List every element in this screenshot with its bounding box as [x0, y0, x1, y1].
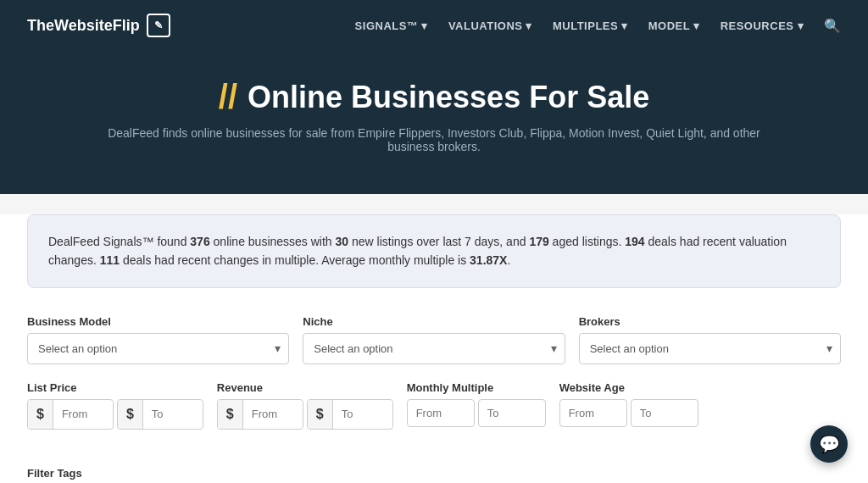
- logo[interactable]: TheWebsiteFlip ✎: [27, 14, 170, 37]
- chevron-down-icon: ▾: [421, 19, 428, 32]
- brokers-label: Brokers: [579, 315, 841, 328]
- business-model-label: Business Model: [27, 315, 289, 328]
- stats-count-new: 30: [336, 235, 349, 248]
- stats-count-aged: 179: [529, 235, 548, 248]
- main-nav: SIGNALS™ ▾ VALUATIONS ▾ MULTIPLES ▾ MODE…: [355, 18, 841, 34]
- filter-tags-section: Filter Tags New Slow Listing Price ▲ Pri…: [0, 460, 868, 483]
- dollar-icon: $: [218, 400, 243, 429]
- chevron-down-icon: ▾: [693, 19, 700, 32]
- logo-icon: ✎: [147, 14, 170, 37]
- dollar-icon: $: [28, 400, 53, 429]
- nav-multiples[interactable]: MULTIPLES ▾: [553, 19, 628, 32]
- filter-niche: Niche Select an option ▾: [303, 315, 565, 364]
- logo-text: TheWebsiteFlip: [27, 17, 140, 35]
- site-header: TheWebsiteFlip ✎ SIGNALS™ ▾ VALUATIONS ▾…: [0, 0, 868, 51]
- revenue-from-wrapper: $: [217, 399, 303, 430]
- list-price-from-wrapper: $: [27, 399, 114, 430]
- business-model-select[interactable]: Select an option: [27, 333, 289, 364]
- brokers-select-wrapper: Select an option ▾: [579, 333, 841, 364]
- stats-count-multiple: 111: [100, 253, 120, 267]
- list-price-to-wrapper: $: [117, 399, 203, 430]
- dollar-icon: $: [308, 400, 333, 429]
- monthly-multiple-inputs: [407, 399, 546, 427]
- filter-business-model: Business Model Select an option ▾: [27, 315, 289, 364]
- stats-count-listings: 376: [190, 235, 209, 248]
- stats-prefix: DealFeed Signals™ found: [48, 235, 190, 248]
- website-age-label: Website Age: [559, 381, 698, 394]
- hero-subtitle: DealFeed finds online businesses for sal…: [95, 126, 773, 153]
- stats-banner: DealFeed Signals™ found 376 online busin…: [27, 214, 841, 288]
- nav-resources[interactable]: RESOURCES ▾: [721, 19, 804, 32]
- chevron-down-icon: ▾: [526, 19, 532, 32]
- stats-count-valuation: 194: [625, 235, 644, 248]
- dollar-icon: $: [118, 400, 143, 429]
- revenue-to-wrapper: $: [307, 399, 393, 430]
- hero-accent: //: [219, 78, 237, 116]
- niche-label: Niche: [303, 315, 565, 328]
- list-price-from-input[interactable]: [53, 401, 113, 427]
- nav-model[interactable]: MODEL ▾: [648, 19, 700, 32]
- niche-select[interactable]: Select an option: [303, 333, 565, 364]
- website-age-inputs: [559, 399, 698, 427]
- filter-row-dropdowns: Business Model Select an option ▾ Niche …: [27, 315, 841, 364]
- list-price-inputs: $ $: [27, 399, 203, 430]
- website-age-from-input[interactable]: [559, 399, 627, 427]
- monthly-multiple-from-input[interactable]: [407, 399, 475, 427]
- chat-icon: 💬: [819, 434, 840, 454]
- revenue-to-input[interactable]: [333, 401, 392, 427]
- chat-bubble-button[interactable]: 💬: [810, 425, 848, 463]
- website-age-to-input[interactable]: [631, 399, 698, 427]
- stats-average-multiple: 31.87X: [470, 253, 507, 267]
- list-price-to-input[interactable]: [143, 401, 203, 427]
- monthly-multiple-to-input[interactable]: [478, 399, 546, 427]
- chevron-down-icon: ▾: [621, 19, 628, 32]
- list-price-label: List Price: [27, 381, 203, 394]
- filter-row-ranges: List Price $ $ Revenue $: [27, 381, 841, 430]
- brokers-select[interactable]: Select an option: [579, 333, 841, 364]
- filter-tags-label: Filter Tags: [27, 467, 841, 480]
- filter-monthly-multiple: Monthly Multiple: [407, 381, 546, 430]
- monthly-multiple-label: Monthly Multiple: [407, 381, 546, 394]
- filter-website-age: Website Age: [559, 381, 698, 430]
- niche-select-wrapper: Select an option ▾: [303, 333, 565, 364]
- filters-section: Business Model Select an option ▾ Niche …: [0, 308, 868, 460]
- chevron-down-icon: ▾: [798, 19, 804, 32]
- nav-signals[interactable]: SIGNALS™ ▾: [355, 19, 428, 32]
- business-model-select-wrapper: Select an option ▾: [27, 333, 289, 364]
- filter-list-price: List Price $ $: [27, 381, 203, 430]
- revenue-from-input[interactable]: [243, 401, 303, 427]
- revenue-label: Revenue: [217, 381, 393, 394]
- search-icon[interactable]: 🔍: [824, 18, 841, 34]
- filter-revenue: Revenue $ $: [217, 381, 393, 430]
- filter-brokers: Brokers Select an option ▾: [579, 315, 841, 364]
- main-content: DealFeed Signals™ found 376 online busin…: [0, 214, 868, 483]
- revenue-inputs: $ $: [217, 399, 393, 430]
- hero-title: // Online Businesses For Sale: [27, 78, 841, 116]
- nav-valuations[interactable]: VALUATIONS ▾: [448, 19, 532, 32]
- hero-section: // Online Businesses For Sale DealFeed f…: [0, 51, 868, 194]
